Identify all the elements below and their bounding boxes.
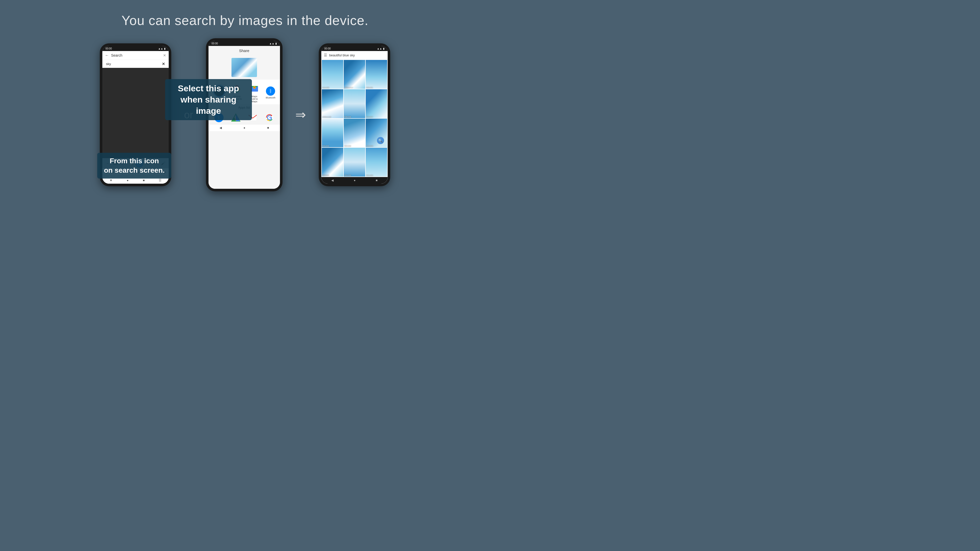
p2-nav-recents[interactable]: ■ [267, 126, 269, 130]
phone1-wrapper: 00:00 ▲▲ ▮ ← Search ✕ sky ✕ [100, 43, 171, 186]
result-cell-6[interactable]: 910x607 [366, 89, 387, 118]
share-image-preview [208, 56, 280, 79]
phone1-callout: From this icon on search screen. [97, 153, 171, 179]
result-size-5: 508x339 [344, 116, 351, 118]
phone3-wrapper: 00:00 ▲▲ ▮ ☰ beautiful blue sky [319, 43, 390, 186]
arrow-connector: ⇒ [295, 107, 306, 122]
phone2-callout-text: Select this app when sharing image [170, 83, 247, 117]
p3-signal-icon: ▲▲ [377, 47, 382, 50]
result-cell-5[interactable]: 508x339 [344, 89, 365, 118]
phone1-status-bar: 00:00 ▲▲ ▮ [102, 46, 169, 51]
nav-home[interactable]: ● [127, 179, 129, 182]
result-size-7: 600x600 [322, 145, 329, 147]
search-fab-button[interactable]: 🔍 [377, 137, 384, 144]
search-query-clear[interactable]: ✕ [162, 62, 165, 66]
result-cell-10[interactable]: 800x534 [322, 148, 343, 176]
p3-nav-home[interactable]: ● [354, 179, 355, 182]
p2-signal-icon: ▲▲ [269, 42, 274, 45]
result-cell-2[interactable]: 2000x1217 [344, 60, 365, 89]
search-back-button[interactable]: ← [105, 53, 109, 58]
phone2-time: 00:00 [212, 42, 218, 45]
phone2-wrapper: 00:00 ▲▲ ▮ Share [206, 38, 283, 191]
result-cell-4[interactable]: 1500x1125 [322, 89, 343, 118]
result-size-3: 800x451 [366, 87, 373, 89]
results-grid: 612x408 2000x1217 800x451 1500x1125 508x [321, 59, 388, 177]
result-cell-7[interactable]: 600x600 [322, 119, 343, 148]
search-dark-area [102, 68, 169, 158]
search-clear-button[interactable]: ✕ [163, 53, 166, 57]
phone3-status-bar: 00:00 ▲▲ ▮ [321, 46, 388, 51]
phone2-status-icons: ▲▲ ▮ [269, 42, 277, 45]
phone1-time: 00:00 [105, 47, 112, 50]
phone3-screen: 00:00 ▲▲ ▮ ☰ beautiful blue sky [321, 46, 388, 184]
result-cell-1[interactable]: 612x408 [322, 60, 343, 89]
p2-nav-home[interactable]: ● [243, 126, 245, 130]
phone3-shell: 00:00 ▲▲ ▮ ☰ beautiful blue sky [319, 43, 390, 186]
result-size-2: 2000x1217 [344, 87, 353, 89]
p3-nav-recents[interactable]: ■ [375, 179, 377, 182]
share-app-bluetooth[interactable]: ᛒ Bluetooth [266, 86, 275, 99]
results-query-text: beautiful blue sky [329, 53, 385, 57]
battery-icon: ▮ [164, 47, 165, 50]
nav-menu[interactable]: ☰ [159, 179, 162, 182]
result-size-11: 450x300 [344, 175, 351, 176]
svg-point-7 [254, 87, 255, 88]
p3-battery-icon: ▮ [383, 47, 385, 50]
result-size-4: 1500x1125 [322, 116, 331, 118]
results-menu-icon[interactable]: ☰ [324, 53, 327, 57]
phone3-nav-bar: ◀ ● ■ [321, 177, 388, 184]
results-toolbar: ☰ beautiful blue sky [321, 51, 388, 59]
p2-battery-icon: ▮ [275, 42, 277, 45]
phone3-time: 00:00 [325, 47, 331, 50]
phone1-callout-text: From this icon on search screen. [102, 156, 166, 175]
share-title: Share [208, 46, 280, 56]
phone2-status-bar: 00:00 ▲▲ ▮ [208, 41, 280, 46]
search-query-row: sky ✕ [102, 60, 169, 68]
nav-back[interactable]: ▼ [110, 179, 113, 182]
search-input[interactable]: Search [111, 53, 161, 57]
signal-icon: ▲▲ [158, 47, 163, 50]
phone3-status-icons: ▲▲ ▮ [377, 47, 385, 50]
result-size-10: 800x534 [322, 175, 329, 176]
phone1-status-icons: ▲▲ ▮ [158, 47, 165, 50]
phone2-callout: Select this app when sharing image [165, 79, 252, 120]
result-size-6: 910x607 [366, 116, 373, 118]
result-size-1: 612x408 [322, 87, 329, 89]
page-title: You can search by images in the device. [121, 13, 369, 28]
search-query-text: sky [106, 62, 111, 66]
p3-nav-back[interactable]: ◀ [331, 179, 334, 182]
bluetooth-icon: ᛒ [266, 86, 275, 96]
result-cell-3[interactable]: 800x451 [366, 60, 387, 89]
phone2-nav-bar: ◀ ● ■ [208, 124, 280, 131]
result-cell-12[interactable]: 501x300 [366, 148, 387, 176]
result-size-9: 322x200 [366, 145, 373, 147]
result-size-12: 501x300 [366, 175, 373, 176]
results-screen: ☰ beautiful blue sky 612x408 2000x1217 8… [321, 51, 388, 184]
result-size-8: 322x200 [344, 145, 351, 147]
search-bar[interactable]: ← Search ✕ [102, 51, 169, 60]
bluetooth-label: Bluetooth [266, 97, 275, 99]
result-cell-11[interactable]: 450x300 [344, 148, 365, 176]
more-google-icon[interactable] [265, 113, 274, 122]
phones-container: 00:00 ▲▲ ▮ ← Search ✕ sky ✕ [100, 38, 390, 191]
shared-image [231, 58, 257, 77]
result-cell-9[interactable]: 322x200 🔍 [366, 119, 387, 148]
p2-nav-back[interactable]: ◀ [220, 126, 222, 130]
result-cell-8[interactable]: 322x200 [344, 119, 365, 148]
nav-recents[interactable]: ■ [143, 179, 145, 182]
